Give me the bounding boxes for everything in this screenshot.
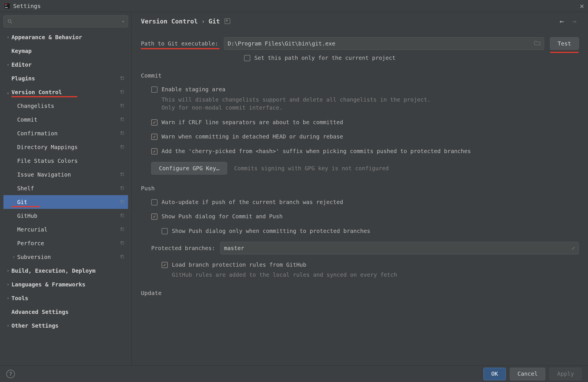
path-project-only-label: Set this path only for the current proje…: [254, 54, 396, 62]
tree-item-label: Subversion: [17, 254, 120, 260]
git-path-field[interactable]: [228, 40, 534, 47]
tree-item-keymap[interactable]: Keymap: [3, 44, 128, 58]
detached-label: Warn when committing in detached HEAD or…: [162, 133, 343, 140]
filter-icon[interactable]: ▾: [122, 19, 124, 24]
show-push-label: Show Push dialog for Commit and Push: [162, 213, 283, 220]
load-rules-checkbox[interactable]: [162, 262, 168, 268]
tree-item-file-status-colors[interactable]: File Status Colors: [3, 154, 128, 168]
per-project-icon: [120, 75, 125, 82]
path-project-only-checkbox[interactable]: [244, 55, 250, 61]
chevron-icon[interactable]: [10, 254, 17, 260]
tree-item-label: Changelists: [17, 103, 120, 109]
per-project-icon: [120, 130, 125, 137]
svg-rect-9: [121, 90, 122, 92]
chevron-icon[interactable]: [5, 62, 11, 67]
svg-rect-23: [121, 200, 122, 202]
search-input[interactable]: ▾: [3, 15, 128, 27]
tree-item-appearance-behavior[interactable]: Appearance & Behavior: [3, 30, 128, 44]
svg-rect-13: [121, 118, 122, 119]
tree-item-label: Plugins: [11, 75, 120, 82]
reset-icon[interactable]: [225, 18, 230, 24]
ok-button[interactable]: OK: [483, 368, 506, 380]
tree-item-label: GitHub: [17, 213, 120, 219]
tree-item-subversion[interactable]: Subversion: [3, 250, 128, 264]
svg-rect-19: [121, 173, 122, 174]
titlebar: Settings ✕: [0, 0, 588, 12]
show-push-checkbox[interactable]: [151, 213, 158, 220]
cancel-button[interactable]: Cancel: [510, 368, 545, 380]
svg-rect-1: [5, 4, 7, 5]
main-panel: Version Control › Git ← → Path to Git ex…: [132, 12, 588, 365]
search-field[interactable]: [16, 18, 119, 25]
show-push-protected-label: Show Push dialog only when committing to…: [172, 227, 370, 235]
per-project-icon: [120, 213, 125, 219]
auto-update-checkbox[interactable]: [151, 199, 158, 205]
tree-item-languages-frameworks[interactable]: Languages & Frameworks: [3, 278, 128, 291]
protected-branches-field[interactable]: [224, 245, 571, 252]
chevron-icon[interactable]: [5, 268, 11, 273]
tree-item-label: Perforce: [17, 240, 120, 247]
help-button[interactable]: ?: [6, 370, 15, 378]
tree-item-github[interactable]: GitHub: [3, 209, 128, 223]
svg-line-5: [11, 22, 12, 23]
chevron-icon[interactable]: [5, 296, 11, 301]
crlf-checkbox[interactable]: [151, 119, 158, 126]
annotation-underline: [11, 96, 77, 97]
per-project-icon: [120, 89, 125, 96]
chevron-icon[interactable]: [5, 323, 11, 328]
show-push-protected-checkbox[interactable]: [162, 228, 168, 234]
tree-item-commit[interactable]: Commit: [3, 113, 128, 126]
tree-item-tools[interactable]: Tools: [3, 291, 128, 305]
configure-gpg-button[interactable]: Configure GPG Key…: [151, 162, 227, 175]
per-project-icon: [120, 240, 125, 247]
chevron-icon[interactable]: [5, 35, 11, 40]
svg-rect-11: [121, 104, 122, 106]
browse-folder-icon[interactable]: [534, 40, 540, 47]
chevron-icon[interactable]: [5, 90, 11, 95]
tree-item-build-execution-deploym[interactable]: Build, Execution, Deploym: [3, 264, 128, 278]
cherry-checkbox[interactable]: [151, 148, 158, 155]
git-path-input[interactable]: [224, 37, 544, 50]
tree-item-shelf[interactable]: Shelf: [3, 181, 128, 195]
tree-item-label: Git: [17, 199, 120, 205]
load-rules-hint: GitHub rules are added to the local rule…: [151, 271, 438, 279]
tree-item-directory-mappings[interactable]: Directory Mappings: [3, 140, 128, 154]
chevron-icon[interactable]: [5, 282, 11, 287]
tree-item-plugins[interactable]: Plugins: [3, 72, 128, 85]
cherry-label: Add the 'cherry-picked from <hash>' suff…: [162, 148, 471, 155]
test-button[interactable]: Test: [550, 37, 579, 50]
load-rules-label: Load branch protection rules from GitHub: [172, 261, 306, 269]
per-project-icon: [120, 226, 125, 233]
breadcrumb-parent[interactable]: Version Control: [141, 18, 198, 25]
protected-branches-input[interactable]: ⤢: [220, 242, 579, 254]
tree-item-confirmation[interactable]: Confirmation: [3, 126, 128, 140]
content-scroll: Path to Git executable: Test Set this pa…: [132, 30, 588, 365]
tree-item-perforce[interactable]: Perforce: [3, 236, 128, 250]
section-push-title: Push: [141, 185, 579, 192]
staging-checkbox[interactable]: [151, 86, 158, 93]
svg-rect-21: [121, 187, 122, 188]
gpg-hint: Commits signing with GPG key is not conf…: [234, 165, 389, 172]
tree-item-label: Tools: [11, 295, 125, 302]
tree-item-version-control[interactable]: Version Control: [3, 85, 128, 99]
expand-icon[interactable]: ⤢: [571, 246, 575, 251]
section-commit-title: Commit: [141, 72, 579, 79]
tree-item-issue-navigation[interactable]: Issue Navigation: [3, 168, 128, 181]
close-button[interactable]: ✕: [580, 2, 584, 10]
tree-item-advanced-settings[interactable]: Advanced Settings: [3, 305, 128, 319]
tree-item-changelists[interactable]: Changelists: [3, 99, 128, 113]
back-button[interactable]: ←: [557, 17, 567, 25]
svg-rect-29: [121, 242, 122, 243]
tree-item-other-settings[interactable]: Other Settings: [3, 319, 128, 332]
detached-checkbox[interactable]: [151, 134, 158, 140]
tree-item-editor[interactable]: Editor: [3, 58, 128, 72]
staging-label: Enable staging area: [162, 86, 225, 93]
per-project-icon: [120, 103, 125, 109]
forward-button: →: [570, 17, 579, 25]
tree-item-label: Commit: [17, 116, 120, 123]
tree-item-mercurial[interactable]: Mercurial: [3, 223, 128, 236]
tree-item-label: Issue Navigation: [17, 171, 120, 178]
tree-item-label: Build, Execution, Deploym: [11, 268, 125, 274]
annotation-underline: [11, 206, 40, 207]
tree-item-git[interactable]: Git: [3, 195, 128, 209]
